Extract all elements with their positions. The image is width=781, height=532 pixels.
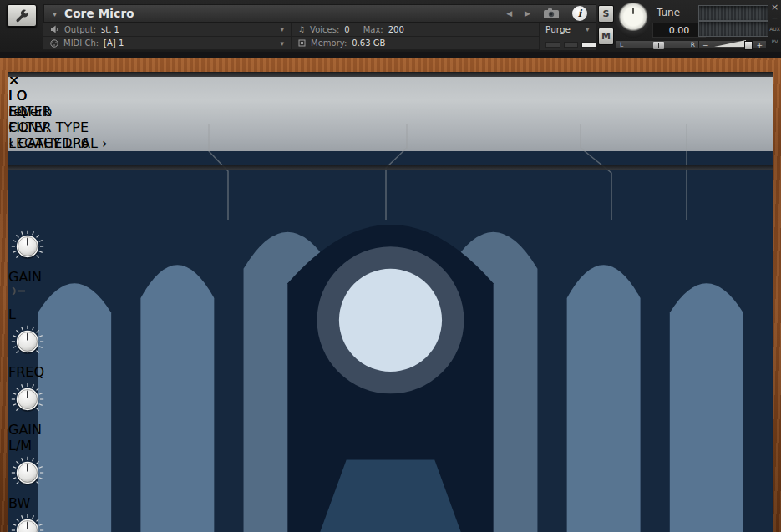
level-meter-left: [698, 5, 768, 21]
output-dropdown-caret[interactable]: ▾: [280, 25, 284, 33]
eq-lowmid-gain-control: GAIN: [8, 380, 773, 438]
midi-icon: [50, 39, 58, 48]
lowmid-freq-knob[interactable]: [8, 511, 773, 532]
voices-label: Voices:: [310, 25, 339, 34]
purge-menu[interactable]: Purge ▾: [545, 24, 596, 34]
purge-led: [545, 42, 560, 48]
volume-wedge: [714, 40, 746, 47]
power-rocker: I O: [8, 88, 773, 104]
midi-dropdown-caret[interactable]: ▾: [280, 39, 284, 48]
eq-left-rail: ×: [8, 72, 773, 88]
power-off-mark: O: [17, 88, 28, 104]
voices-icon: ♫: [298, 25, 305, 33]
lowmid-gain-label: GAIN: [8, 422, 773, 438]
edit-mode-button[interactable]: [7, 4, 37, 27]
max-voices-value: 200: [388, 25, 404, 34]
eq-module: × I O EQ GAIN: [8, 72, 773, 532]
tune-label: Tune: [657, 7, 680, 18]
wrench-icon: [13, 8, 30, 23]
eq-low-freq-control: FREQ: [8, 322, 773, 380]
midi-label: MIDI Ch:: [63, 38, 99, 48]
tune-knob[interactable]: [616, 3, 651, 38]
aux-label[interactable]: AUX: [768, 26, 781, 32]
memory-icon: [298, 39, 306, 47]
instrument-title: Core Micro: [64, 7, 134, 20]
eq-lowmid-freq-control: FREQ: [8, 511, 773, 532]
max-voices-label: Max:: [363, 25, 383, 34]
purge-label: Purge: [545, 24, 571, 34]
level-meter-right: [698, 21, 768, 37]
purge-caret: ▾: [586, 25, 590, 33]
info-button[interactable]: i: [572, 6, 587, 21]
header-edge-controls: × − AUX PV: [768, 0, 781, 52]
low-gain-label: GAIN: [8, 269, 773, 285]
voices-value: 0: [344, 25, 349, 34]
instrument-header: ▾ Core Micro ◀ ▶ i Output: st. 1 ▾: [0, 0, 781, 52]
eq-lowmid-bw-control: BW: [8, 453, 773, 511]
purge-leds: [545, 42, 596, 48]
purge-section: Purge ▾: [539, 23, 596, 50]
pan-thumb[interactable]: [653, 42, 664, 49]
eq-power-switch[interactable]: I O: [8, 88, 773, 104]
eq-low-gain-control: GAIN: [8, 227, 773, 285]
pv-label[interactable]: PV: [768, 38, 781, 44]
shelf-curve-icon: [8, 285, 28, 297]
eq-band-l-label: L: [8, 307, 16, 322]
midi-value: [A] 1: [104, 38, 124, 48]
volume-thumb[interactable]: [744, 41, 753, 50]
output-row[interactable]: Output: st. 1 ▾: [43, 23, 291, 37]
purge-led-lit: [581, 42, 596, 48]
lowmid-bw-knob[interactable]: [8, 453, 773, 495]
output-value: st. 1: [101, 25, 119, 34]
next-instrument-arrow[interactable]: ▶: [525, 9, 530, 18]
eq-module-name: EQ: [8, 104, 27, 119]
effects-rack: × I O FILTER FILTER TYPE LEGACY LP6 FREQ…: [8, 72, 773, 522]
eq-band-separators: [8, 119, 773, 224]
memory-row: Memory: 0.63 GB: [291, 37, 539, 50]
lowmid-gain-knob[interactable]: [8, 380, 773, 422]
instrument-titlebar[interactable]: ▾ Core Micro ◀ ▶ i: [43, 4, 596, 23]
prev-instrument-arrow[interactable]: ◀: [506, 9, 512, 18]
low-gain-knob[interactable]: [8, 227, 773, 269]
output-icon: [50, 25, 59, 33]
output-label: Output:: [64, 25, 96, 34]
title-collapse-caret[interactable]: ▾: [53, 9, 57, 18]
solo-button[interactable]: S: [598, 5, 614, 23]
kontakt-instrument: ▾ Core Micro ◀ ▶ i Output: st. 1 ▾: [0, 0, 781, 532]
screw-icon: ×: [8, 72, 19, 88]
memory-value: 0.63 GB: [352, 38, 385, 48]
midi-row[interactable]: MIDI Ch: [A] 1 ▾: [43, 37, 291, 50]
memory-label: Memory:: [311, 38, 347, 48]
remove-instrument-button[interactable]: ×: [768, 2, 781, 13]
pan-slider[interactable]: L R: [616, 40, 699, 49]
voices-row: ♫ Voices: 0 Max: 200: [291, 23, 539, 37]
volume-plus-label: +: [756, 41, 763, 49]
volume-minus-label: −: [702, 41, 709, 49]
eq-band-lm-label: L/M: [8, 438, 32, 453]
snapshot-camera-icon[interactable]: [543, 8, 560, 19]
low-freq-knob[interactable]: [8, 322, 773, 364]
rack-wood-frame: × I O FILTER FILTER TYPE LEGACY LP6 FREQ…: [0, 58, 781, 532]
low-freq-label: FREQ: [8, 364, 773, 380]
mute-button[interactable]: M: [598, 28, 614, 45]
pan-left-label: L: [620, 41, 623, 48]
purge-led: [564, 42, 579, 48]
pan-right-label: R: [691, 41, 695, 48]
lowmid-bw-label: BW: [8, 495, 773, 511]
minimize-button[interactable]: −: [768, 13, 781, 23]
power-on-mark: I: [8, 88, 13, 104]
volume-slider[interactable]: − +: [698, 40, 767, 49]
low-shelf-button[interactable]: [8, 285, 38, 307]
